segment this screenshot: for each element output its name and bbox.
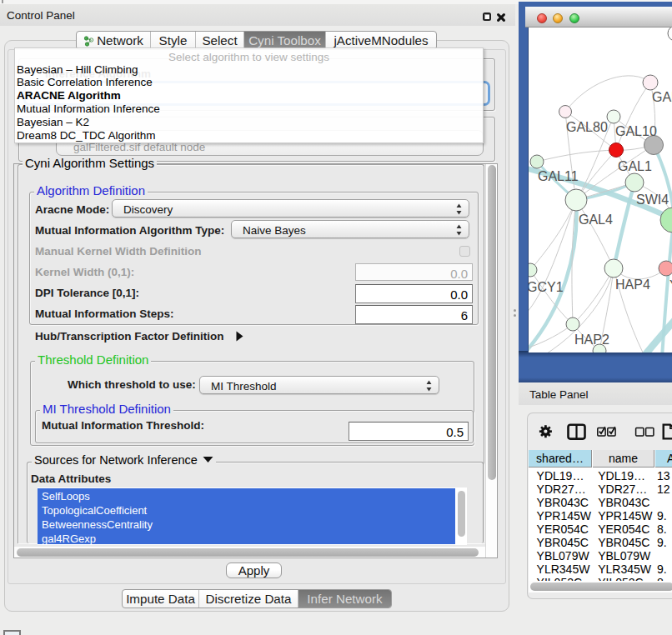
svg-text:GCY1: GCY1	[529, 280, 564, 294]
svg-text:GAL1: GAL1	[618, 159, 652, 173]
svg-text:GAL10: GAL10	[615, 124, 657, 138]
svg-text:GAL: GAL	[652, 90, 672, 104]
svg-text:HAP4: HAP4	[615, 278, 650, 292]
svg-text:GAL80: GAL80	[566, 120, 608, 134]
svg-text:HAP2: HAP2	[574, 332, 609, 347]
svg-text:GAL4: GAL4	[579, 212, 613, 227]
svg-text:GAL11: GAL11	[538, 169, 579, 183]
svg-text:SWI4: SWI4	[636, 192, 669, 207]
